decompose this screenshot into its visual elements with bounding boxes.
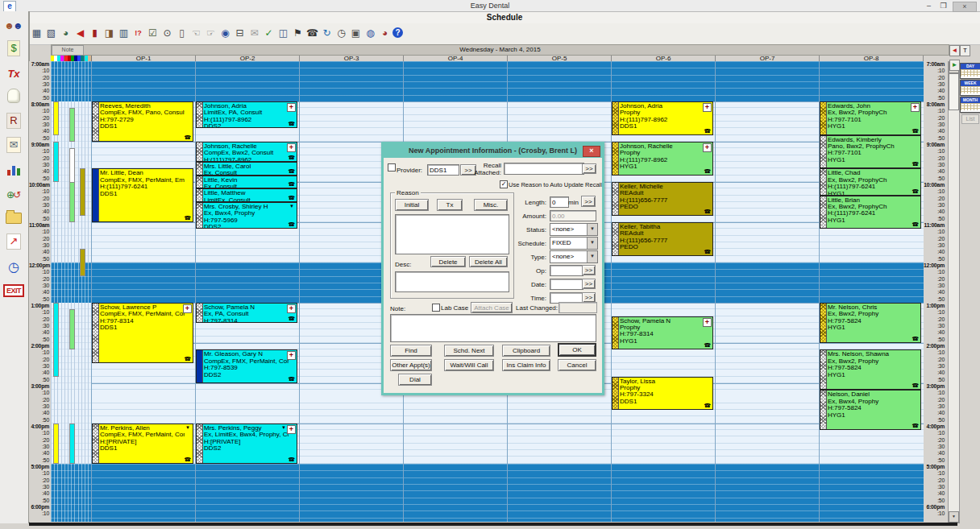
provider-input[interactable] bbox=[427, 164, 459, 176]
drag-hand-icon[interactable]: ☜ bbox=[189, 26, 203, 40]
refresh-icon[interactable]: ↻ bbox=[320, 26, 334, 40]
next-day-button[interactable]: ► bbox=[949, 60, 960, 71]
alert-icon[interactable]: !? bbox=[131, 26, 145, 40]
phone-icon[interactable]: ☎ bbox=[305, 26, 319, 40]
vertical-scrollbar[interactable]: ▲ ▼ bbox=[948, 61, 960, 523]
sidebar-item-patient-chart[interactable] bbox=[2, 89, 25, 110]
appointment-block[interactable]: Mrs. Crosby, Shirley HEx, Bwx4, ProphyH:… bbox=[196, 202, 297, 229]
month-view-button[interactable]: MONTH bbox=[960, 97, 980, 113]
dialog-close-button[interactable]: × bbox=[583, 146, 600, 157]
flag-icon[interactable]: ⚑ bbox=[291, 26, 305, 40]
appointment-block[interactable]: Little, MatthewLimitEx, Consult☎ bbox=[196, 188, 297, 202]
find-button[interactable]: Find bbox=[390, 345, 432, 357]
search-icon[interactable]: ⊙ bbox=[160, 26, 174, 40]
other-appt-button[interactable]: Other Appt(s) bbox=[390, 359, 432, 371]
appointment-block[interactable]: Johnson, RachelleProphyH:(111)797-8962HY… bbox=[612, 142, 713, 176]
sidebar-item-treatment-plans[interactable]: Tx bbox=[2, 64, 25, 85]
announcements-icon[interactable]: ◀ bbox=[73, 26, 87, 40]
clipboard-icon[interactable]: ▯ bbox=[175, 26, 189, 40]
point-hand-icon[interactable]: ☞ bbox=[204, 26, 218, 40]
today-button[interactable]: T bbox=[960, 45, 970, 56]
date-input[interactable] bbox=[550, 279, 583, 290]
scrollbar-thumb[interactable] bbox=[949, 73, 959, 110]
appointment-block[interactable]: Johnson, AdriaLimitEx, PA, ConsultH:(111… bbox=[196, 101, 297, 128]
appointment-block[interactable]: Little, KevinEx, Consult☎ bbox=[196, 176, 297, 189]
dialog-titlebar[interactable]: New Appointment Information - (Crosby, B… bbox=[384, 144, 602, 158]
dial-button[interactable]: Dial bbox=[398, 374, 432, 386]
appointment-block[interactable]: Little, BrianEx, Bwx2, ProphyChH:(111)79… bbox=[820, 196, 921, 229]
ok-button[interactable]: OK bbox=[558, 343, 596, 357]
appointment-block[interactable]: Edwards, JohnEx, Bwx2, ProphyChH:797-710… bbox=[820, 101, 921, 135]
appointment-block[interactable]: Nelson, DanielEx, Bwx4, ProphyH:797-5824… bbox=[820, 390, 921, 430]
appointment-book-icon[interactable]: ▦ bbox=[30, 26, 44, 40]
help-icon[interactable]: ? bbox=[392, 27, 403, 38]
status-select[interactable]: <none>▼ bbox=[550, 223, 598, 236]
recall-attached-input[interactable] bbox=[504, 163, 584, 175]
chevron-down-icon[interactable]: ▼ bbox=[587, 224, 597, 235]
date-search-button[interactable]: >> bbox=[582, 279, 596, 289]
reason-tx-button[interactable]: Tx bbox=[437, 199, 463, 211]
sidebar-item-reports[interactable] bbox=[2, 161, 25, 182]
ledger-icon[interactable]: ▥ bbox=[117, 26, 131, 40]
list-view-button[interactable]: List bbox=[961, 114, 979, 124]
web-users-icon[interactable]: ◍ bbox=[363, 26, 377, 40]
camera-icon[interactable]: ▣ bbox=[349, 26, 363, 40]
cancel-button[interactable]: Cancel bbox=[558, 359, 596, 371]
sidebar-item-documents[interactable]: ✉ bbox=[2, 137, 25, 158]
appointment-block[interactable]: Schow, Pamela NEx, PA, ConsultH:797-8314… bbox=[196, 303, 297, 323]
print-icon[interactable]: ⊟ bbox=[233, 26, 247, 40]
sidebar-item-practice-analysis[interactable]: ↗ bbox=[2, 234, 25, 254]
appointment-block[interactable]: Schow, Lawrence PCompEx, FMX, PerMaint, … bbox=[92, 303, 193, 363]
switch-view-icon[interactable]: ◨ bbox=[102, 26, 116, 40]
sidebar-item-documents-folder[interactable] bbox=[2, 209, 25, 230]
find-appointment-icon[interactable]: ◕ bbox=[59, 26, 73, 40]
reason-delete-button[interactable]: Delete bbox=[430, 256, 466, 267]
appointment-block[interactable]: Mrs. Perkins, PeggyEx, LimitEx, Bwx4, Pr… bbox=[196, 424, 297, 464]
appointment-block[interactable]: Mr. Little, DeanCompEx, FMX, PerMaint, E… bbox=[92, 168, 193, 222]
appointment-block[interactable]: Little, ChadEx, Bwx2, ProphyChH:(111)797… bbox=[820, 168, 921, 195]
sidebar-item-refresh-search[interactable]: ⊕↺ bbox=[2, 185, 25, 206]
close-button[interactable]: × bbox=[953, 2, 977, 12]
schedule-select[interactable]: FIXED▼ bbox=[550, 237, 598, 250]
appointment-block[interactable]: Mrs. Little, CarolEx, Consult☎ bbox=[196, 162, 297, 176]
wait-will-call-button[interactable]: Wait/Will Call bbox=[444, 359, 494, 371]
sidebar-item-accounts[interactable]: $ bbox=[2, 40, 25, 61]
appointment-block[interactable]: Mr. Perkins, AllenCompEx, FMX, PerMaint,… bbox=[92, 424, 193, 464]
op-search-button[interactable]: >> bbox=[582, 265, 596, 275]
sidebar-item-patients[interactable]: ☻☻ bbox=[2, 16, 25, 37]
time-settings-icon[interactable]: ◷ bbox=[334, 26, 348, 40]
recall-search-button[interactable]: >> bbox=[582, 163, 596, 174]
sidebar-item-prescriptions[interactable]: R bbox=[2, 113, 25, 134]
theme-icon[interactable]: ◕ bbox=[378, 26, 392, 40]
note-textarea[interactable] bbox=[390, 314, 596, 342]
clipboard-button[interactable]: Clipboard bbox=[502, 345, 550, 357]
schd-next-button[interactable]: Schd. Next bbox=[444, 345, 494, 357]
operatory-column-op-7[interactable] bbox=[715, 61, 820, 522]
appointment-block[interactable]: Keller, MichelleREAdultH:(111)656-7777PE… bbox=[612, 182, 713, 216]
reason-listbox[interactable] bbox=[395, 214, 509, 254]
appointment-block[interactable]: Taylor, LissaProphyH:797-3324DDS1☎ bbox=[612, 377, 713, 411]
appointment-block[interactable]: Keller, TabithaREAdultH:(111)656-7777PED… bbox=[612, 222, 713, 256]
chevron-down-icon[interactable]: ▼ bbox=[587, 238, 597, 249]
week-view-button[interactable]: WEEK bbox=[960, 80, 980, 96]
reason-initial-button[interactable]: Initial bbox=[395, 199, 429, 211]
lab-case-checkbox[interactable] bbox=[432, 304, 440, 312]
chevron-down-icon[interactable]: ▼ bbox=[587, 251, 597, 262]
edit-notes-icon[interactable]: ☑ bbox=[146, 26, 160, 40]
auto-update-recall-checkbox[interactable]: ✓ bbox=[500, 180, 508, 188]
appointment-block[interactable]: Edwards, KimberlyPano, Bwx2, ProphyChH:7… bbox=[820, 135, 921, 169]
type-select[interactable]: <none>▼ bbox=[550, 250, 598, 263]
note-button[interactable]: Note bbox=[52, 45, 84, 56]
calendar-clock-icon[interactable]: ▧ bbox=[44, 26, 58, 40]
perio-chart-icon[interactable]: ◫ bbox=[276, 26, 290, 40]
appointment-block[interactable]: Mr. Gleason, Gary NCompEx, FMX, PerMaint… bbox=[196, 349, 297, 383]
schedule-book-icon[interactable]: ▮ bbox=[88, 26, 102, 40]
scroll-down-icon[interactable]: ▼ bbox=[949, 511, 959, 523]
minimize-button[interactable]: – bbox=[923, 2, 935, 10]
length-spin-button[interactable]: >> bbox=[581, 196, 596, 207]
previous-day-button[interactable]: ◄ bbox=[949, 45, 960, 56]
appointment-block[interactable]: Johnson, RachelleCompEx, Bwx2, ConsultH:… bbox=[196, 142, 297, 162]
reason-misc-button[interactable]: Misc. bbox=[474, 199, 508, 211]
ins-claim-info-button[interactable]: Ins Claim Info bbox=[502, 359, 550, 371]
esign-icon[interactable]: ✓ bbox=[262, 26, 276, 40]
